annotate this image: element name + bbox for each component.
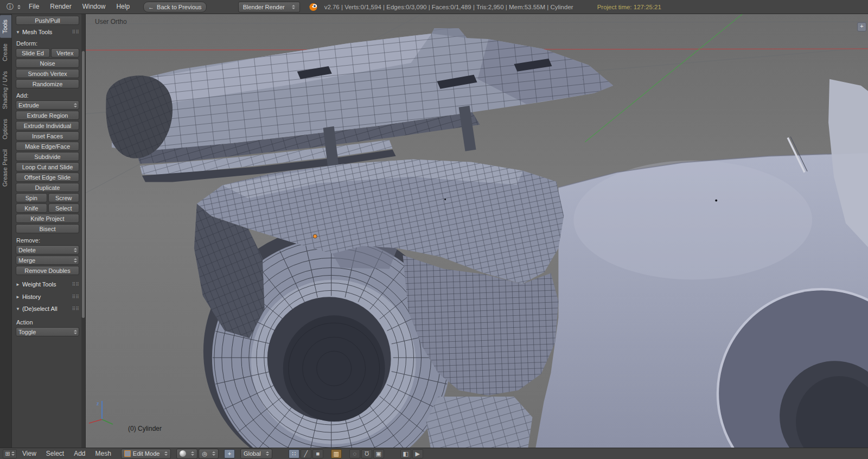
app-icon-button[interactable]: ⓘ (4, 2, 23, 12)
history-panel-header[interactable]: ► History ⠿⠿ (16, 294, 79, 300)
opengl-render-anim-button[interactable]: ▶ (412, 449, 423, 458)
render-anim-icon: ▶ (416, 450, 420, 457)
extrude-individual-button[interactable]: Extrude Individual (16, 121, 79, 130)
back-to-previous-label: Back to Previous (157, 4, 202, 10)
offset-edge-slide-button[interactable]: Offset Edge Slide (16, 173, 79, 182)
delete-button[interactable]: Delete (16, 245, 79, 254)
viewport-shading-select[interactable] (176, 449, 197, 459)
render-engine-select[interactable]: Blender Render (238, 2, 300, 12)
randomize-button[interactable]: Randomize (16, 79, 79, 88)
menu-mesh[interactable]: Mesh (91, 448, 116, 459)
chevron-updown-icon (17, 5, 21, 9)
panel-drag-dots-icon[interactable]: ⠿⠿ (72, 306, 79, 311)
project-time: Project time: 127:25:21 (597, 4, 661, 10)
toggle-select-button[interactable]: Toggle (16, 327, 79, 336)
snap-magnet-icon: Ω (365, 450, 369, 457)
remove-label: Remove: (16, 237, 79, 244)
menu-add[interactable]: Add (69, 448, 90, 459)
expand-triangle-icon: ► (16, 295, 20, 299)
deform-label: Deform: (16, 40, 79, 47)
loop-cut-button[interactable]: Loop Cut and Slide (16, 162, 79, 171)
scrollbar-thumb[interactable] (82, 51, 85, 318)
tab-grease-pencil[interactable]: Grease Pencil (0, 145, 11, 191)
tab-create[interactable]: Create (0, 39, 11, 66)
panel-drag-dots-icon[interactable]: ⠿⠿ (72, 294, 79, 299)
vertex-select-icon: ∷ (292, 450, 296, 457)
back-to-previous-button[interactable]: ← Back to Previous (143, 2, 207, 12)
render-engine-value: Blender Render (243, 4, 285, 10)
menu-window[interactable]: Window (78, 0, 111, 14)
editor-type-select[interactable]: ⊞ (3, 449, 17, 458)
stray-vertex-dot (715, 200, 717, 202)
proportional-edit-icon: ◌ (353, 450, 357, 457)
viewport-canvas[interactable]: z (86, 14, 868, 448)
face-select-mode-button[interactable]: ■ (312, 449, 323, 458)
opengl-render-image-button[interactable]: ◧ (400, 449, 411, 458)
edit-mode-icon (124, 450, 131, 457)
collapse-triangle-icon: ▼ (16, 307, 20, 311)
slide-edge-button[interactable]: Slide Ed (16, 48, 50, 58)
menu-help[interactable]: Help (111, 0, 135, 14)
spin-button[interactable]: Spin (16, 193, 47, 202)
menu-file[interactable]: File (24, 0, 44, 14)
stray-vertex-dot (444, 199, 446, 200)
snap-element-select[interactable]: ▣ (373, 449, 384, 458)
menu-render[interactable]: Render (45, 0, 76, 14)
deselect-all-panel-header[interactable]: ▼ (De)select All ⠿⠿ (16, 305, 79, 312)
knife-button[interactable]: Knife (16, 203, 47, 213)
merge-button[interactable]: Merge (16, 256, 79, 265)
extrude-label: Extrude (18, 102, 39, 109)
smooth-vertex-button[interactable]: Smooth Vertex (16, 69, 79, 78)
tab-options[interactable]: Options (0, 114, 11, 144)
pivot-icon: ◎ (202, 450, 207, 457)
vertex-select-mode-button[interactable]: ∷ (289, 449, 299, 458)
extrude-region-button[interactable]: Extrude Region (16, 111, 79, 120)
chevron-updown-icon (266, 451, 269, 456)
transform-orientation-select[interactable]: Global (240, 449, 272, 459)
knife-select-button[interactable]: Select (48, 203, 80, 213)
tab-tools[interactable]: Tools (0, 15, 11, 38)
viewport-3d[interactable]: z User Ortho (0) Cylinder + (86, 14, 868, 448)
active-object-label: (0) Cylinder (128, 425, 162, 432)
chevron-updown-icon (74, 103, 77, 107)
pivot-center-select[interactable]: ◎ (199, 449, 219, 459)
expand-triangle-icon: ► (16, 282, 20, 287)
mesh-tools-panel-header[interactable]: ▼ Mesh Tools ⠿⠿ (16, 29, 79, 35)
menu-select[interactable]: Select (42, 448, 68, 459)
object-origin-dot (313, 234, 317, 238)
inset-faces-button[interactable]: Inset Faces (16, 131, 79, 141)
subdivide-button[interactable]: Subdivide (16, 152, 79, 161)
open-region-plus-icon[interactable]: + (857, 22, 866, 31)
panel-drag-dots-icon[interactable]: ⠿⠿ (72, 282, 79, 287)
occlude-geometry-toggle[interactable]: ▥ (331, 449, 342, 458)
snap-toggle[interactable]: Ω (361, 449, 372, 458)
push-pull-button[interactable]: Push/Pull (16, 16, 79, 25)
knife-project-button[interactable]: Knife Project (16, 214, 79, 223)
orientation-value: Global (244, 450, 261, 457)
tab-shading-uvs[interactable]: Shading / UVs (0, 67, 11, 113)
edge-select-mode-button[interactable]: ╱ (301, 449, 311, 458)
chevron-updown-icon (74, 330, 77, 334)
merge-label: Merge (18, 257, 35, 264)
mode-select[interactable]: Edit Mode (121, 449, 171, 459)
remove-doubles-button[interactable]: Remove Doubles (16, 266, 79, 275)
gizmo-z-label: z (97, 401, 99, 406)
panel-drag-dots-icon[interactable]: ⠿⠿ (72, 29, 79, 35)
bisect-button[interactable]: Bisect (16, 224, 79, 233)
manipulator-toggle[interactable]: + (224, 449, 235, 458)
duplicate-button[interactable]: Duplicate (16, 183, 79, 192)
weight-tools-label: Weight Tools (22, 281, 56, 288)
tool-shelf-scrollbar[interactable] (81, 14, 86, 448)
menu-view[interactable]: View (18, 448, 41, 459)
blender-app-icon: ⓘ (7, 2, 14, 12)
screw-button[interactable]: Screw (48, 193, 80, 202)
view-name-label: User Ortho (95, 18, 127, 25)
noise-button[interactable]: Noise (16, 59, 79, 68)
extrude-button[interactable]: Extrude (16, 100, 79, 110)
proportional-editing-select[interactable]: ◌ (349, 449, 360, 458)
chevron-updown-icon (11, 451, 15, 456)
snap-element-icon: ▣ (376, 450, 381, 457)
make-edge-face-button[interactable]: Make Edge/Face (16, 142, 79, 151)
vertex-slide-button[interactable]: Vertex (51, 48, 79, 58)
weight-tools-panel-header[interactable]: ► Weight Tools ⠿⠿ (16, 281, 79, 288)
